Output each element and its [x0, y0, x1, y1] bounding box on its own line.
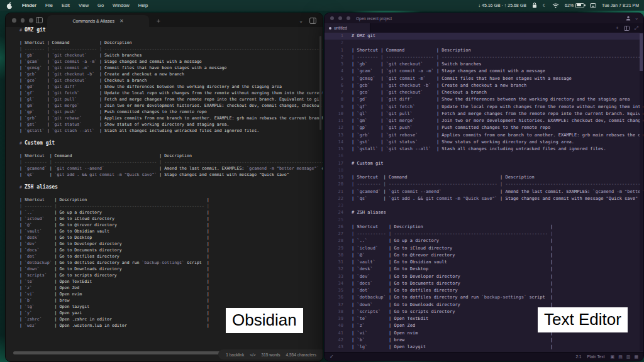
- editor-line: 43| `lg` | Open lazygit |: [325, 344, 643, 351]
- line-number: 42: [325, 337, 352, 344]
- zed-scrollbar-track[interactable]: [640, 33, 643, 351]
- line-number: 23: [325, 202, 352, 209]
- line-number: 18: [325, 167, 352, 174]
- unsaved-dot-icon: [329, 27, 331, 30]
- lock-icon[interactable]: [532, 3, 537, 8]
- close-window-button[interactable]: [330, 16, 334, 20]
- obsidian-editor[interactable]: # OMZ git| Shortcut | Command | Descript…: [6, 27, 323, 341]
- display-icon[interactable]: [590, 3, 596, 8]
- battery-indicator[interactable]: 62%: [565, 3, 584, 8]
- editor-line: | `gst` | `git status` | Show status of …: [19, 121, 323, 128]
- editor-line: 3| `gb` | `git checkout` | Switch branch…: [325, 61, 643, 68]
- zoom-window-button[interactable]: [347, 16, 350, 20]
- editor-line: 15| `gstall` | `git stash --all` | Stash…: [325, 146, 643, 153]
- editor-line: | `gstall` | `git stash --all` | Stash a…: [19, 128, 323, 134]
- editor-line: [19, 134, 323, 140]
- zoom-window-button[interactable]: [29, 18, 33, 23]
- editor-line: | `icloud` | Go to iCloud directory |: [19, 216, 323, 222]
- obsidian-traffic-lights[interactable]: [12, 18, 33, 23]
- close-window-button[interactable]: [12, 18, 16, 23]
- editor-line: 32| `desk` | Go to Desktop |: [325, 266, 643, 273]
- zed-status-right: 2:1 Plain Text ▣▤▥▦: [575, 354, 638, 359]
- editor-line: [19, 178, 323, 184]
- editor-line: | `vi` | Open nvim |: [19, 291, 323, 297]
- menu-bar-clock[interactable]: Tue Jan 7 8:21 PM: [602, 3, 639, 8]
- obsidian-vertical-scrollbar[interactable]: [319, 36, 321, 130]
- menu-item-view[interactable]: View: [79, 3, 89, 8]
- zed-editor[interactable]: 1# OMZ git21| Shortcut | Command | Descr…: [325, 33, 643, 352]
- editor-line: 22| `qs` | `git add . && git commit -m "…: [325, 195, 643, 202]
- obsidian-status-bar: 1 backlink</>315 words4,554 characters: [218, 349, 323, 359]
- notifications-icon[interactable]: ▦: [634, 354, 638, 359]
- minimize-window-button[interactable]: [21, 18, 25, 23]
- panel-icon[interactable]: ▣: [611, 354, 615, 359]
- focus-moon-icon[interactable]: ☾: [543, 3, 547, 8]
- menu-item-edit[interactable]: Edit: [62, 3, 70, 8]
- editor-line: 1# OMZ git: [325, 33, 643, 40]
- editor-line: [19, 190, 323, 197]
- new-tab-icon[interactable]: +: [616, 25, 619, 31]
- line-number: 8: [325, 96, 352, 103]
- line-number: 21: [325, 189, 352, 195]
- apple-icon[interactable]: [6, 2, 13, 9]
- reading-view-icon[interactable]: [309, 18, 316, 24]
- backlink-count[interactable]: 1 backlink: [226, 353, 244, 357]
- editor-line: 19| Shortcut | Command | Description: [325, 174, 643, 181]
- editor-line: | --------- | --------------------------…: [19, 159, 323, 165]
- line-number: 4: [325, 68, 352, 75]
- code-icon[interactable]: </>: [250, 353, 255, 357]
- zed-scrollbar-thumb[interactable]: [640, 33, 643, 71]
- new-tab-icon[interactable]: +: [157, 18, 160, 25]
- editor-line: | Shortcut | Description |: [19, 197, 323, 203]
- editor-line: | `gm` | `git merge` | Join two or more …: [19, 102, 323, 109]
- split-pane-icon[interactable]: [624, 26, 630, 31]
- word-count[interactable]: 315 words: [262, 353, 280, 357]
- zed-title-bar: Open recent project ⌄: [325, 13, 643, 23]
- obsidian-active-tab[interactable]: Commands & Aliases ✕: [47, 15, 149, 27]
- zed-status-bar: ✓ 2:1 Plain Text ▣▤▥▦: [325, 352, 643, 361]
- editor-line: 5| `gcmsg` | `git commit -m` | Commit fi…: [325, 75, 643, 82]
- editor-line: | ----------- | ------------------------…: [19, 203, 323, 209]
- diagnostics-icon[interactable]: ▥: [626, 354, 631, 359]
- menu-item-help[interactable]: Help: [138, 3, 148, 8]
- network-throughput[interactable]: ↓ 45.16 GB · ↑ 25.68 GB: [479, 3, 526, 8]
- line-number: 15: [325, 146, 352, 153]
- expand-icon[interactable]: ⤢: [635, 25, 638, 31]
- obsidian-horizontal-scrollbar[interactable]: [13, 351, 221, 354]
- cursor-position[interactable]: 2:1: [575, 354, 581, 359]
- wifi-icon[interactable]: [552, 3, 559, 8]
- zed-traffic-lights[interactable]: [325, 16, 350, 20]
- check-icon[interactable]: ✓: [330, 354, 334, 359]
- line-number: 7: [325, 89, 352, 96]
- chevron-down-icon[interactable]: ⌄: [299, 18, 303, 24]
- editor-line: | `gco` | `git checkout` | Checkout a br…: [19, 77, 323, 84]
- menu-item-go[interactable]: Go: [97, 3, 104, 8]
- annotation-label-obsidian: Obsidian: [226, 308, 303, 333]
- editor-line: 7| `gco` | `git checkout` | Checkout a b…: [325, 89, 643, 96]
- line-number: 35: [325, 287, 352, 294]
- editor-line: | `gl` | `git pull` | Fetch and merge ch…: [19, 96, 323, 102]
- zed-active-tab[interactable]: untitled: [325, 23, 370, 33]
- menu-item-finder[interactable]: Finder: [22, 3, 36, 8]
- character-count[interactable]: 4,554 characters: [286, 353, 316, 357]
- menu-items: FinderFileEditViewGoWindowHelp: [22, 3, 157, 8]
- open-recent-project-button[interactable]: Open recent project: [356, 16, 392, 21]
- editor-line: | `dot` | Go to dotfiles directory |: [19, 253, 323, 260]
- menu-item-window[interactable]: Window: [113, 3, 130, 8]
- editor-line: | `desk` | Go to Desktop |: [19, 234, 323, 241]
- sidebar-toggle-icon[interactable]: [36, 17, 43, 23]
- editor-line: 2| -------- | ------------------ | -----…: [325, 54, 643, 61]
- line-number: 3: [325, 61, 352, 68]
- editor-line: 21| `gcamend` | `git commit --amend` | A…: [325, 189, 643, 195]
- editor-line: | `gp` | `git push` | Push committed cha…: [19, 109, 323, 115]
- language-selector[interactable]: Plain Text: [587, 354, 604, 359]
- menu-item-file[interactable]: File: [45, 3, 53, 8]
- collaboration-icon[interactable]: [626, 16, 631, 21]
- editor-line: 36| `dotbackup` | Go to dotfiles directo…: [325, 294, 643, 301]
- line-number: 30: [325, 252, 352, 259]
- tab-close-icon[interactable]: ✕: [119, 18, 124, 24]
- editor-line: | `qs` | `git add . && git commit -m "Qu…: [19, 172, 323, 178]
- terminal-icon[interactable]: ▤: [618, 354, 623, 359]
- chevron-down-icon[interactable]: ⌄: [635, 16, 638, 21]
- minimize-window-button[interactable]: [338, 16, 342, 20]
